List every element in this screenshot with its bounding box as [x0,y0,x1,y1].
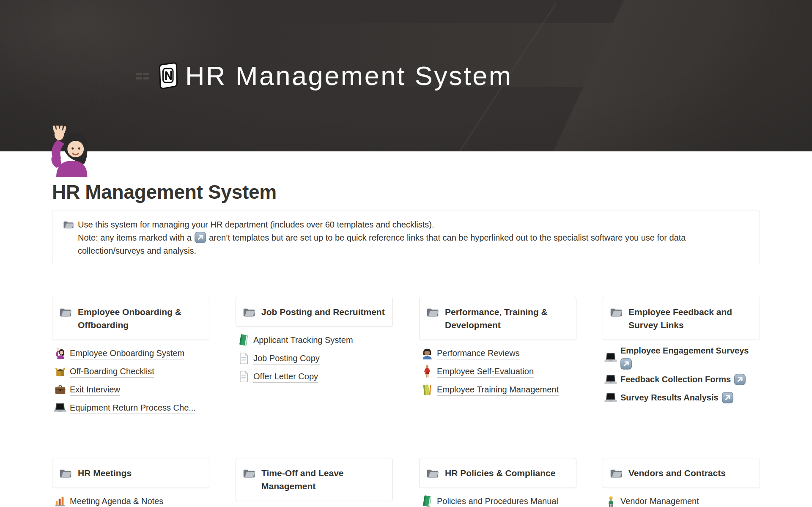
page-title: HR Management System [52,151,760,206]
open-folder-icon [426,468,439,479]
card-employee-onboarding-offboarding: Employee Onboarding & Offboarding [52,297,209,340]
laptop-icon [604,374,617,385]
card-title: HR Meetings [78,466,132,480]
section-performance-training-development: Performance, Training & Development Perf… [419,297,576,458]
card-performance-training-development: Performance, Training & Development [419,297,576,340]
laptop-icon [54,403,66,413]
link-applicant-tracking-system[interactable]: Applicant Tracking System [236,331,393,349]
laptop-icon [604,392,617,403]
card-vendors-contracts: Vendors and Contracts [603,458,760,488]
person-in-red-icon [421,365,433,378]
link-out-arrow-icon [734,374,746,385]
callout-line3: collection/surveys and analysis. [78,244,686,258]
card-title: HR Policies & Compliance [445,466,555,480]
card-title: Vendors and Contracts [628,466,726,480]
page-icon[interactable] [48,126,98,177]
category-grid-row1: Employee Onboarding & Offboarding Employ… [52,297,760,458]
link-exit-interview[interactable]: Exit Interview [52,381,209,399]
card-title: Performance, Training & Development [445,305,569,332]
bar-chart-icon [54,496,66,507]
cover-title: HR Management System [185,61,513,90]
link-off-boarding-checklist[interactable]: Off-Boarding Checklist [52,362,209,381]
cover-photo-keys [136,73,149,79]
link-out-arrow-icon [195,232,206,243]
card-hr-meetings: HR Meetings [52,458,209,488]
section-hr-policies-compliance: HR Policies & Compliance Policies and Pr… [419,458,576,507]
link-employee-self-evaluation[interactable]: Employee Self-Evaluation [419,362,576,381]
open-folder-icon [59,468,72,479]
open-folder-icon [426,307,439,318]
open-folder-icon [243,468,255,479]
notion-logo-icon [157,62,178,89]
laptop-icon [604,352,617,363]
card-hr-policies-compliance: HR Policies & Compliance [419,458,576,488]
info-callout: Use this system for managing your HR dep… [52,211,760,265]
open-folder-icon [59,307,72,318]
page-cover: HR Management System [0,0,812,151]
section-hr-meetings: HR Meetings Meeting Agenda & Notes [52,458,209,507]
green-book-icon [237,334,250,346]
link-employee-training-management[interactable]: Employee Training Management [419,381,576,399]
card-title: Employee Feedback and Survey Links [628,305,753,332]
open-box-icon [54,366,66,377]
callout-text: Use this system for managing your HR dep… [78,218,686,258]
link-policies-and-procedures-manual[interactable]: Policies and Procedures Manual [419,492,576,507]
link-out-arrow-icon [722,392,733,403]
card-title: Job Posting and Recruitment [261,305,385,318]
card-time-off-leave-management: Time-Off and Leave Management [236,458,393,501]
link-employee-onboarding-system[interactable]: Employee Onboarding System [52,344,209,362]
section-vendors-contracts: Vendors and Contracts Vendor Management [603,458,760,507]
link-offer-letter-copy[interactable]: Offer Letter Copy [236,367,393,386]
office-worker-icon [421,348,433,359]
link-survey-results-analysis[interactable]: Survey Results Analysis [603,389,760,407]
page-icon-glyph [237,352,250,364]
card-employee-feedback-survey-links: Employee Feedback and Survey Links [603,297,760,340]
woman-raising-hand-icon [54,348,66,359]
link-feedback-collection-forms[interactable]: Feedback Collection Forms [603,370,760,389]
section-time-off-leave-management: Time-Off and Leave Management [236,458,393,507]
link-equipment-return-process-checklist[interactable]: Equipment Return Process Che... [52,399,209,417]
card-job-posting-recruitment: Job Posting and Recruitment [236,297,393,327]
open-folder-icon [63,220,74,230]
notebook-with-pen-icon [421,384,433,396]
link-performance-reviews[interactable]: Performance Reviews [419,344,576,362]
card-title: Time-Off and Leave Management [261,466,386,493]
link-out-arrow-icon [620,358,632,370]
callout-line1: Use this system for managing your HR dep… [78,218,686,231]
link-meeting-agenda-notes[interactable]: Meeting Agenda & Notes [52,492,209,507]
link-job-posting-copy[interactable]: Job Posting Copy [236,349,393,367]
cover-title-lockup: HR Management System [157,61,513,90]
link-vendor-management[interactable]: Vendor Management [603,492,760,507]
section-employee-feedback-survey-links: Employee Feedback and Survey Links Emplo… [603,297,760,458]
woman-raising-hand-icon [48,126,91,177]
page-icon-glyph [237,370,250,383]
card-title: Employee Onboarding & Offboarding [78,305,202,332]
briefcase-icon [54,384,66,395]
open-folder-icon [610,307,623,318]
cover-photo-highlight [0,0,245,110]
construction-worker-icon [604,495,617,507]
green-book-icon [421,495,433,507]
open-folder-icon [243,307,255,318]
open-folder-icon [610,468,623,479]
link-employee-engagement-surveys[interactable]: Employee Engagement Surveys [603,344,760,370]
section-job-posting-recruitment: Job Posting and Recruitment Applicant Tr… [236,297,393,458]
section-employee-onboarding-offboarding: Employee Onboarding & Offboarding Employ… [52,297,209,458]
category-grid-row2: HR Meetings Meeting Agenda & Notes Time-… [52,458,760,507]
callout-line2: Note: any items marked with aaren’t temp… [78,231,686,244]
